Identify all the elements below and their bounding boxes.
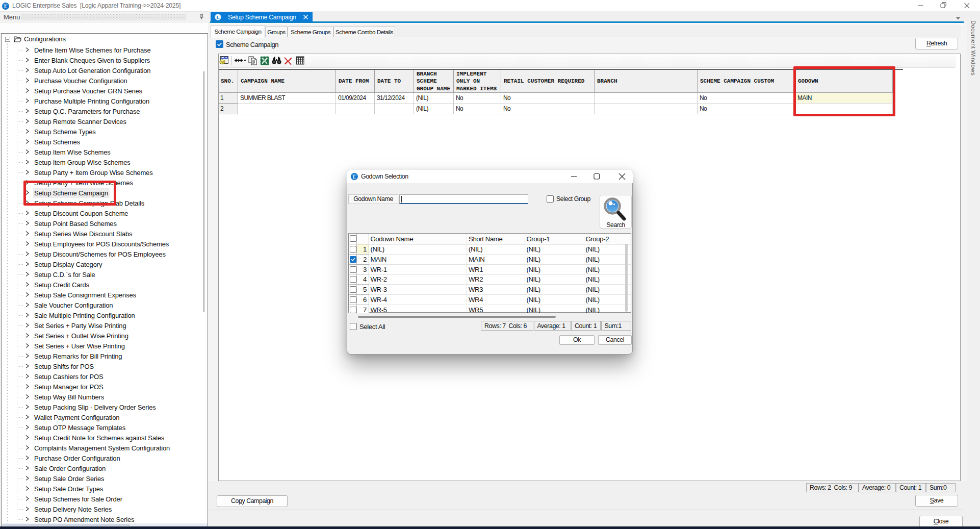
svg-text:L: L [353, 174, 356, 180]
svg-text:L: L [216, 15, 219, 20]
svg-text:L: L [4, 4, 7, 9]
